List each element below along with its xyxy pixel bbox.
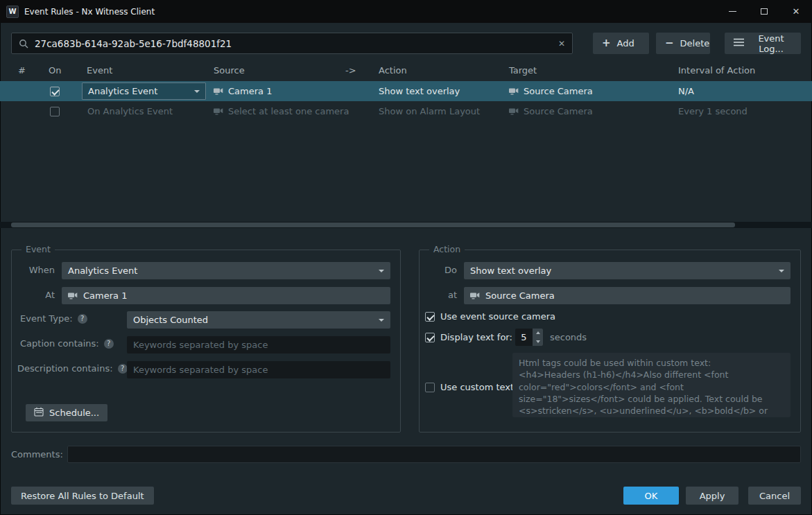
help-icon[interactable]: ?: [118, 364, 128, 374]
row-target-value: Source Camera: [524, 86, 593, 96]
table-header: # On Event Source -> Action Target Inter…: [0, 61, 812, 80]
chevron-down-icon: [536, 340, 540, 343]
camera-icon: [214, 87, 223, 95]
event-groupbox: Event When Analytics Event At Camera 1 E…: [11, 250, 401, 433]
add-button[interactable]: + Add: [593, 33, 649, 54]
row-event-dropdown[interactable]: Analytics Event: [82, 82, 206, 100]
camera-icon: [509, 107, 519, 115]
description-contains-input[interactable]: [127, 361, 390, 378]
event-group-label: Event: [21, 244, 55, 254]
display-text-for-label: Display text for:: [440, 332, 512, 342]
row-source-value: Select at least one camera: [228, 106, 349, 116]
camera-icon: [68, 292, 78, 299]
column-header-arrow[interactable]: ->: [345, 65, 356, 76]
row-action-value: Show text overlay: [379, 86, 460, 96]
scrollbar-handle[interactable]: [11, 222, 735, 227]
list-icon: [734, 38, 744, 49]
maximize-button[interactable]: [748, 0, 780, 23]
column-header-interval[interactable]: Interval of Action: [678, 65, 755, 76]
row-action-value: Show on Alarm Layout: [379, 106, 480, 116]
chevron-up-icon: [536, 331, 540, 334]
action-camera-field[interactable]: Source Camera: [464, 287, 791, 304]
column-header-number[interactable]: #: [18, 65, 26, 76]
row-event-value: Analytics Event: [88, 86, 157, 96]
rule-enabled-checkbox[interactable]: [50, 107, 60, 116]
description-label-row: Description contains: ?: [17, 363, 128, 374]
column-header-action[interactable]: Action: [379, 65, 407, 76]
column-header-event[interactable]: Event: [87, 65, 112, 76]
apply-button[interactable]: Apply: [686, 487, 738, 505]
column-header-source[interactable]: Source: [214, 65, 245, 76]
caption-contains-label: Caption contains:: [20, 338, 99, 349]
comments-label: Comments:: [11, 449, 63, 460]
minimize-button[interactable]: [716, 0, 748, 23]
use-event-source-camera-checkbox-row[interactable]: Use event source camera: [425, 311, 555, 322]
cancel-button[interactable]: Cancel: [748, 487, 801, 505]
restore-defaults-button[interactable]: Restore All Rules to Default: [11, 487, 154, 505]
minimize-icon: [729, 11, 736, 12]
schedule-button[interactable]: Schedule...: [26, 404, 107, 421]
display-text-for-checkbox-row[interactable]: Display text for:: [425, 332, 512, 342]
column-header-on[interactable]: On: [49, 65, 61, 76]
comments-input[interactable]: [67, 446, 801, 463]
calendar-icon: [34, 407, 44, 419]
use-event-source-camera-label: Use event source camera: [440, 311, 555, 322]
do-label: Do: [420, 265, 457, 275]
event-camera-field[interactable]: Camera 1: [62, 287, 390, 304]
spinner-down-button[interactable]: [533, 338, 543, 347]
seconds-label: seconds: [550, 332, 587, 342]
search-icon: [19, 39, 28, 49]
app-icon: W: [6, 6, 19, 18]
help-icon[interactable]: ?: [104, 339, 114, 349]
row-interval-value: N/A: [678, 86, 694, 96]
row-target-value: Source Camera: [524, 106, 593, 116]
ok-button[interactable]: OK: [623, 487, 679, 505]
clear-search-icon[interactable]: ✕: [558, 39, 565, 49]
maximize-icon: [761, 8, 768, 15]
row-event-value: On Analytics Event: [87, 106, 173, 116]
use-custom-text-checkbox[interactable]: [425, 383, 435, 392]
chevron-down-icon: [379, 319, 384, 322]
display-duration-spinner: [515, 329, 543, 346]
spinner-up-button[interactable]: [533, 329, 543, 338]
action-groupbox: Action Do Show text overlay at Source Ca…: [419, 250, 801, 433]
use-event-source-camera-checkbox[interactable]: [425, 312, 435, 322]
chevron-down-icon: [194, 90, 200, 93]
close-button[interactable]: ✕: [780, 0, 812, 23]
event-camera-value: Camera 1: [83, 290, 127, 301]
caption-contains-input[interactable]: [127, 336, 390, 353]
table-row[interactable]: Analytics Event Camera 1 Show text overl…: [0, 81, 812, 101]
custom-text-area[interactable]: Html tags could be used within custom te…: [512, 353, 791, 417]
event-log-button[interactable]: Event Log...: [725, 33, 801, 54]
search-field: ✕: [11, 33, 573, 54]
use-custom-text-checkbox-row[interactable]: Use custom text:: [425, 382, 517, 392]
schedule-button-label: Schedule...: [49, 408, 99, 418]
event-log-button-label: Event Log...: [750, 33, 792, 54]
row-source-value: Camera 1: [228, 86, 272, 96]
rule-enabled-checkbox[interactable]: [50, 87, 60, 96]
horizontal-scrollbar[interactable]: [0, 222, 812, 228]
at-label: At: [12, 290, 55, 300]
event-type-dropdown[interactable]: Objects Counted: [127, 311, 390, 329]
delete-button[interactable]: − Delete: [656, 33, 710, 54]
window-controls: ✕: [716, 0, 812, 23]
camera-icon: [509, 87, 519, 95]
search-input[interactable]: [35, 38, 552, 49]
help-icon[interactable]: ?: [78, 314, 87, 324]
camera-icon: [470, 292, 480, 299]
camera-icon: [214, 107, 223, 115]
minus-icon: −: [665, 38, 674, 49]
display-duration-input[interactable]: [515, 329, 533, 346]
table-row[interactable]: On Analytics Event Select at least one c…: [0, 101, 812, 121]
action-at-label: at: [420, 290, 457, 300]
use-custom-text-label: Use custom text:: [440, 382, 517, 392]
display-text-for-checkbox[interactable]: [425, 333, 435, 342]
column-header-target[interactable]: Target: [509, 65, 537, 76]
add-button-label: Add: [617, 38, 634, 49]
caption-label-row: Caption contains: ?: [20, 338, 114, 349]
action-do-dropdown[interactable]: Show text overlay: [464, 262, 791, 279]
event-type-value: Objects Counted: [133, 315, 208, 325]
event-when-dropdown[interactable]: Analytics Event: [62, 262, 390, 279]
window-title: Event Rules - Nx Witness Client: [24, 7, 155, 17]
delete-button-label: Delete: [680, 38, 710, 49]
